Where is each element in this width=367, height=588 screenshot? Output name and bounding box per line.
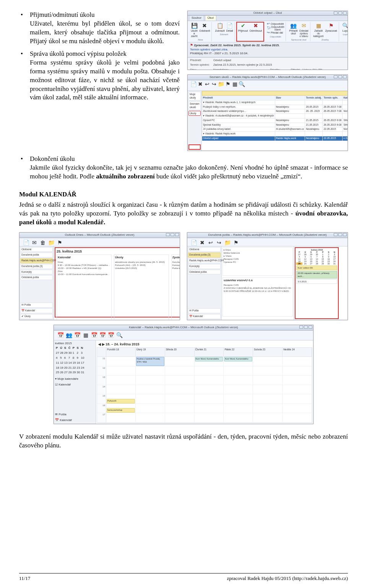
show-button[interactable]: 📋Zobrazit xyxy=(215,22,224,32)
calendar-item[interactable]: ☑ Kalendář xyxy=(55,383,94,387)
nav-item[interactable]: Radek.Hajdu.work@PHH.COM xyxy=(188,258,221,263)
today-tasks-col: Úkoly aktualizovat obsahy pro prezentace… xyxy=(114,254,169,320)
window-title: Kalendář – Radek.Hajdu.work@PHH.COM – Mi… xyxy=(129,326,238,330)
delete-icon: ✖ xyxy=(201,22,208,29)
delete-button[interactable]: ✖Odstranit xyxy=(199,22,210,32)
bullet-body: Jakmile úkol fyzicky dokončíte, tak jej … xyxy=(30,164,348,180)
info-line-2: Termín splnění vypršel zítra. xyxy=(190,48,228,51)
mail-preview: uzavírka vozovU č.s Recepce CVIS Z DŮVOD… xyxy=(222,277,293,317)
sidebar-item[interactable]: Moje úkoly xyxy=(188,92,201,100)
nav-button-mail[interactable]: ✉ Pošta xyxy=(55,413,94,417)
window-titlebar: Seznam úkolů – Radek.Hajdu.work@PHH.COM … xyxy=(188,75,348,80)
check-icon: ✔ xyxy=(240,22,247,29)
screenshot-inbox-panel: Doručená pošta – Radek.Hajdu.work@PHH.CO… xyxy=(187,232,348,320)
today-red-frame: 25. května 2015 Kalendář Dnes9:30 – 10:0… xyxy=(55,247,180,317)
bullet-task-management: Správa úkolů pomocí výpisu položek Forma… xyxy=(19,50,180,102)
reply-button[interactable]: ↩Odpovědět xyxy=(267,22,284,26)
ribbon-group-zoom: 🔍Lupa Lupa xyxy=(341,22,348,41)
nav-button-mail[interactable]: ✉ Pošta xyxy=(20,303,53,308)
nav-button-calendar[interactable]: 📅 Kalendář xyxy=(20,308,53,313)
followup-button[interactable]: ⚑Zpracovat xyxy=(325,22,337,32)
task-item[interactable]: 3.5.2015 xyxy=(296,279,337,284)
meta-value: 0% xyxy=(318,68,323,70)
decline-button[interactable]: ✖Odmítnout xyxy=(249,22,262,32)
tab-task[interactable]: Úkol xyxy=(205,15,216,21)
window-title: Outlook Dnes – Microsoft Outlook (Zkušeb… xyxy=(65,233,135,237)
flag-icon: ⚑ xyxy=(190,44,193,47)
ribbon-group-respond: ✔Přijmout ✖Odmítnout xyxy=(237,22,264,41)
my-calendars[interactable]: ▾ Moje kalendáře xyxy=(55,377,94,381)
todo-red-frame: květen 2015 PÚSČPSN272829301234567891011… xyxy=(295,247,339,319)
page-number: 11/17 xyxy=(19,575,30,582)
group-label xyxy=(250,33,250,36)
reply-all-button[interactable]: ⮌Odpovědět všem xyxy=(267,26,284,31)
screenshot-task-list: Seznam úkolů – Radek.Hajdu.work@PHH.COM … xyxy=(187,75,348,151)
preview-sender: Recepce CVIS xyxy=(224,283,292,287)
window-titlebar: Doručená pošta – Radek.Hajdu.work@PHH.CO… xyxy=(187,233,348,238)
nav-item[interactable]: Oblíbené xyxy=(188,247,221,252)
nav-button-mail[interactable]: ✉ Pošta xyxy=(188,308,221,313)
task-info-banner: ⚑ Zpracovat. Začít 22. května 2015. Spln… xyxy=(188,42,348,57)
task-meta-grid: Předmět: Odvézt odpad Termín splnění: Za… xyxy=(188,57,348,70)
nav-button-calendar[interactable]: 📅 Kalendář xyxy=(188,314,221,319)
nav-item[interactable]: Koncepty xyxy=(188,264,221,269)
ribbon: 📄✉🗑📁⚑ xyxy=(19,238,180,246)
mail-list: ▸ Dnes Eliška Galerová ▸ Včera Recepce C… xyxy=(222,247,293,276)
flag-icon: ⚑ xyxy=(328,22,335,29)
group-label: Značky xyxy=(322,38,329,41)
window-buttons xyxy=(334,75,347,78)
window-buttons xyxy=(334,11,347,15)
today-msgs-col: Zprávy Doručená pošta 4Koncepty 0Pošta k… xyxy=(171,254,180,320)
preview-title: uzavírka vozovU č.s xyxy=(224,279,292,283)
ribbon-tabs: Soubor Úkol xyxy=(188,16,348,21)
status-report-button[interactable]: ✉Odeslat zprávu o stavu xyxy=(299,22,309,37)
mail-icon: ✉ xyxy=(300,22,307,29)
footer-credit: zpracoval Radek Hajdu 05/2015 (http://ra… xyxy=(227,575,348,582)
forward-button[interactable]: ↪Předat dál xyxy=(267,31,283,34)
meta-key: Předmět: xyxy=(190,58,211,62)
nav-button-calendar[interactable]: 📅 Kalendář xyxy=(55,418,94,423)
save-close-button[interactable]: 💾Uložit a zavřít xyxy=(191,22,198,37)
tab-file[interactable]: Soubor xyxy=(189,15,204,21)
detail-button[interactable]: 📄Detail xyxy=(226,22,233,32)
categorize-button[interactable]: ▦Zařadit do kategorií xyxy=(313,22,324,37)
appointment-item[interactable]: Kurz vaření 09: xyxy=(296,266,337,270)
assign-task-button[interactable]: 👥Přiřadit úkol xyxy=(289,22,297,35)
ribbon-group-actions: 💾Uložit a zavřít ✖Odstranit Akce xyxy=(189,22,212,41)
nav-item[interactable]: Odeslaná pošta xyxy=(188,270,221,275)
p1-mid: a xyxy=(52,219,58,226)
reply-all-icon: ⮌ xyxy=(267,26,270,30)
accept-button[interactable]: ✔Přijmout xyxy=(238,22,248,32)
ribbon: 📄✖↩↪📁⚑ xyxy=(187,238,348,246)
nav-item[interactable]: Radek.Hajdu.work@PHH.COM xyxy=(20,258,53,263)
nav-item[interactable]: Doručená pošta (3) xyxy=(188,253,221,258)
nav-button-tasks[interactable]: ✔ Úkoly xyxy=(20,314,53,319)
bullet-task-complete: Dokončení úkolu Jakmile úkol fyzicky dok… xyxy=(19,155,348,181)
appointment-item[interactable]: 20:00 nápadní desátci, příklady tech… xyxy=(296,271,337,279)
nav-item[interactable]: Doručená pošta xyxy=(20,253,53,258)
task-table-area: PředmětStavTermín zaháj.Termín spln.Kate… xyxy=(202,91,348,151)
bullet-body: Forma systému správy úkolů je velmi podo… xyxy=(30,59,180,101)
preview-body: Z DŮVODU OJEDINĚLÉ EL.ENERGIE NA ULÁSTRA… xyxy=(224,287,292,293)
meta-key: Hotovo (%): xyxy=(302,68,318,70)
screenshot-task-window: Odvézt odpad – Úkol Soubor Úkol 💾Uložit … xyxy=(187,11,348,70)
nav-item[interactable]: Koncepty xyxy=(20,270,53,275)
zoom-button[interactable]: 🔍Lupa xyxy=(342,22,348,32)
floppy-icon: 💾 xyxy=(191,22,198,29)
detail-icon: 📄 xyxy=(226,22,233,29)
nav-item[interactable]: Odeslaná pošta xyxy=(20,275,53,280)
nav-item[interactable]: Oblíbené xyxy=(20,247,53,252)
window-titlebar: Kalendář – Radek.Hajdu.work@PHH.COM – Mi… xyxy=(54,325,313,330)
sidebar-item-tasks[interactable]: Úkoly xyxy=(188,111,201,116)
task-table: PředmětStavTermín zaháj.Termín spln.Kate… xyxy=(202,96,348,141)
bullet-body: Uživatel, kterému byl přidělen úkol, se … xyxy=(30,20,180,45)
sidebar-item[interactable]: Seznam úkolů xyxy=(188,101,201,110)
nav-pane: Oblíbené Doručená pošta Radek.Hajdu.work… xyxy=(19,246,54,320)
mini-calendar: květen 2015 PÚSČPSN272829301234567891011… xyxy=(55,342,94,376)
deny-icon: ✖ xyxy=(252,22,259,29)
group-label: Zobrazit xyxy=(220,33,228,36)
nav-item[interactable]: Doručená pošta (3) xyxy=(20,264,53,269)
screenshot-outlook-today: Outlook Dnes – Microsoft Outlook (Zkušeb… xyxy=(19,232,180,320)
ribbon-group-tags: ▦Zařadit do kategorií ⚑Zpracovat Značky xyxy=(312,22,339,41)
assign-icon: 👥 xyxy=(290,22,297,29)
